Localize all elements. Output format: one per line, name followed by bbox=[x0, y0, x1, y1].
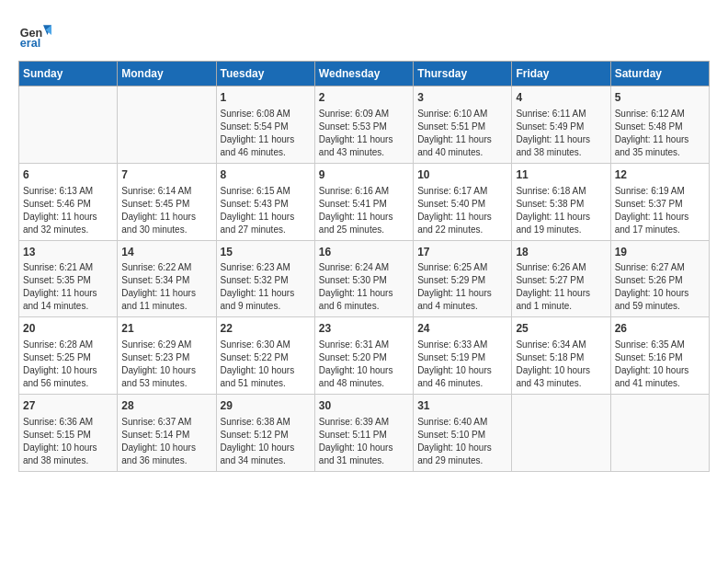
day-info: Sunrise: 6:37 AMSunset: 5:14 PMDaylight:… bbox=[121, 416, 211, 467]
day-info: Sunrise: 6:29 AMSunset: 5:23 PMDaylight:… bbox=[121, 339, 211, 390]
calendar-cell: 27Sunrise: 6:36 AMSunset: 5:15 PMDayligh… bbox=[19, 395, 118, 472]
day-info: Sunrise: 6:40 AMSunset: 5:10 PMDaylight:… bbox=[417, 416, 507, 467]
calendar-cell: 26Sunrise: 6:35 AMSunset: 5:16 PMDayligh… bbox=[610, 317, 709, 395]
day-number: 25 bbox=[516, 321, 606, 337]
day-number: 21 bbox=[121, 321, 211, 337]
calendar-week-2: 6Sunrise: 6:13 AMSunset: 5:46 PMDaylight… bbox=[19, 163, 710, 240]
col-header-friday: Friday bbox=[512, 62, 610, 86]
calendar-cell: 7Sunrise: 6:14 AMSunset: 5:45 PMDaylight… bbox=[118, 163, 216, 240]
calendar-cell: 17Sunrise: 6:25 AMSunset: 5:29 PMDayligh… bbox=[414, 240, 512, 317]
calendar-cell: 23Sunrise: 6:31 AMSunset: 5:20 PMDayligh… bbox=[314, 317, 413, 395]
col-header-sunday: Sunday bbox=[19, 62, 118, 86]
day-info: Sunrise: 6:14 AMSunset: 5:45 PMDaylight:… bbox=[121, 185, 211, 236]
day-info: Sunrise: 6:24 AMSunset: 5:30 PMDaylight:… bbox=[319, 261, 409, 313]
day-info: Sunrise: 6:33 AMSunset: 5:19 PMDaylight:… bbox=[417, 339, 507, 390]
day-number: 4 bbox=[516, 90, 606, 106]
day-info: Sunrise: 6:15 AMSunset: 5:43 PMDaylight:… bbox=[221, 185, 311, 236]
calendar-cell: 1Sunrise: 6:08 AMSunset: 5:54 PMDaylight… bbox=[216, 86, 314, 164]
day-number: 3 bbox=[417, 90, 507, 106]
day-number: 18 bbox=[516, 245, 606, 260]
col-header-monday: Monday bbox=[118, 62, 216, 86]
day-info: Sunrise: 6:19 AMSunset: 5:37 PMDaylight:… bbox=[615, 185, 705, 236]
day-info: Sunrise: 6:34 AMSunset: 5:18 PMDaylight:… bbox=[516, 339, 606, 390]
day-number: 22 bbox=[221, 321, 311, 337]
day-number: 30 bbox=[319, 398, 409, 414]
day-number: 17 bbox=[417, 245, 507, 260]
calendar-cell bbox=[610, 395, 709, 472]
day-info: Sunrise: 6:10 AMSunset: 5:51 PMDaylight:… bbox=[417, 108, 507, 159]
calendar-cell: 24Sunrise: 6:33 AMSunset: 5:19 PMDayligh… bbox=[414, 317, 512, 395]
calendar-week-5: 27Sunrise: 6:36 AMSunset: 5:15 PMDayligh… bbox=[19, 395, 710, 472]
day-number: 6 bbox=[23, 167, 113, 183]
calendar-cell: 15Sunrise: 6:23 AMSunset: 5:32 PMDayligh… bbox=[216, 240, 314, 317]
page-header: Gen eral bbox=[18, 18, 710, 52]
day-info: Sunrise: 6:18 AMSunset: 5:38 PMDaylight:… bbox=[516, 185, 606, 236]
day-number: 13 bbox=[23, 245, 113, 260]
day-info: Sunrise: 6:12 AMSunset: 5:48 PMDaylight:… bbox=[615, 108, 705, 159]
day-info: Sunrise: 6:35 AMSunset: 5:16 PMDaylight:… bbox=[615, 339, 705, 390]
day-number: 10 bbox=[417, 167, 507, 183]
day-number: 28 bbox=[121, 398, 211, 414]
calendar-cell: 30Sunrise: 6:39 AMSunset: 5:11 PMDayligh… bbox=[314, 395, 413, 472]
logo-icon: Gen eral bbox=[18, 18, 51, 52]
calendar-cell bbox=[512, 395, 610, 472]
col-header-thursday: Thursday bbox=[414, 62, 512, 86]
day-info: Sunrise: 6:21 AMSunset: 5:35 PMDaylight:… bbox=[23, 261, 113, 313]
calendar-cell: 10Sunrise: 6:17 AMSunset: 5:40 PMDayligh… bbox=[414, 163, 512, 240]
calendar-cell: 18Sunrise: 6:26 AMSunset: 5:27 PMDayligh… bbox=[512, 240, 610, 317]
calendar-week-1: 1Sunrise: 6:08 AMSunset: 5:54 PMDaylight… bbox=[19, 86, 710, 164]
day-info: Sunrise: 6:16 AMSunset: 5:41 PMDaylight:… bbox=[319, 185, 409, 236]
day-number: 26 bbox=[615, 321, 705, 337]
calendar-cell: 2Sunrise: 6:09 AMSunset: 5:53 PMDaylight… bbox=[314, 86, 413, 164]
calendar-cell: 3Sunrise: 6:10 AMSunset: 5:51 PMDaylight… bbox=[414, 86, 512, 164]
calendar-cell: 20Sunrise: 6:28 AMSunset: 5:25 PMDayligh… bbox=[19, 317, 118, 395]
day-number: 24 bbox=[417, 321, 507, 337]
day-info: Sunrise: 6:13 AMSunset: 5:46 PMDaylight:… bbox=[23, 185, 113, 236]
day-info: Sunrise: 6:08 AMSunset: 5:54 PMDaylight:… bbox=[221, 108, 311, 159]
day-info: Sunrise: 6:27 AMSunset: 5:26 PMDaylight:… bbox=[615, 261, 705, 313]
day-info: Sunrise: 6:36 AMSunset: 5:15 PMDaylight:… bbox=[23, 416, 113, 467]
calendar-cell: 22Sunrise: 6:30 AMSunset: 5:22 PMDayligh… bbox=[216, 317, 314, 395]
day-number: 16 bbox=[319, 245, 409, 260]
day-info: Sunrise: 6:25 AMSunset: 5:29 PMDaylight:… bbox=[417, 261, 507, 313]
calendar-cell: 5Sunrise: 6:12 AMSunset: 5:48 PMDaylight… bbox=[610, 86, 709, 164]
calendar-cell: 14Sunrise: 6:22 AMSunset: 5:34 PMDayligh… bbox=[118, 240, 216, 317]
day-number: 5 bbox=[615, 90, 705, 106]
day-number: 11 bbox=[516, 167, 606, 183]
day-number: 15 bbox=[221, 245, 311, 260]
calendar-cell: 31Sunrise: 6:40 AMSunset: 5:10 PMDayligh… bbox=[414, 395, 512, 472]
calendar-cell: 11Sunrise: 6:18 AMSunset: 5:38 PMDayligh… bbox=[512, 163, 610, 240]
calendar-cell: 13Sunrise: 6:21 AMSunset: 5:35 PMDayligh… bbox=[19, 240, 118, 317]
day-info: Sunrise: 6:30 AMSunset: 5:22 PMDaylight:… bbox=[221, 339, 311, 390]
day-info: Sunrise: 6:26 AMSunset: 5:27 PMDaylight:… bbox=[516, 261, 606, 313]
day-info: Sunrise: 6:39 AMSunset: 5:11 PMDaylight:… bbox=[319, 416, 409, 467]
day-info: Sunrise: 6:11 AMSunset: 5:49 PMDaylight:… bbox=[516, 108, 606, 159]
day-number: 1 bbox=[221, 90, 311, 106]
day-number: 9 bbox=[319, 167, 409, 183]
day-number: 12 bbox=[615, 167, 705, 183]
calendar-cell: 8Sunrise: 6:15 AMSunset: 5:43 PMDaylight… bbox=[216, 163, 314, 240]
svg-text:eral: eral bbox=[20, 37, 40, 50]
col-header-wednesday: Wednesday bbox=[314, 62, 413, 86]
day-info: Sunrise: 6:28 AMSunset: 5:25 PMDaylight:… bbox=[23, 339, 113, 390]
calendar-header-row: SundayMondayTuesdayWednesdayThursdayFrid… bbox=[19, 62, 710, 86]
day-number: 14 bbox=[121, 245, 211, 260]
calendar-week-4: 20Sunrise: 6:28 AMSunset: 5:25 PMDayligh… bbox=[19, 317, 710, 395]
calendar-cell: 19Sunrise: 6:27 AMSunset: 5:26 PMDayligh… bbox=[610, 240, 709, 317]
col-header-tuesday: Tuesday bbox=[216, 62, 314, 86]
calendar-cell bbox=[19, 86, 118, 164]
day-number: 8 bbox=[221, 167, 311, 183]
calendar-cell: 9Sunrise: 6:16 AMSunset: 5:41 PMDaylight… bbox=[314, 163, 413, 240]
day-info: Sunrise: 6:22 AMSunset: 5:34 PMDaylight:… bbox=[121, 261, 211, 313]
day-info: Sunrise: 6:23 AMSunset: 5:32 PMDaylight:… bbox=[221, 261, 311, 313]
day-number: 7 bbox=[121, 167, 211, 183]
day-number: 31 bbox=[417, 398, 507, 414]
calendar-cell: 12Sunrise: 6:19 AMSunset: 5:37 PMDayligh… bbox=[610, 163, 709, 240]
logo: Gen eral bbox=[18, 18, 55, 52]
day-info: Sunrise: 6:09 AMSunset: 5:53 PMDaylight:… bbox=[319, 108, 409, 159]
calendar-cell: 28Sunrise: 6:37 AMSunset: 5:14 PMDayligh… bbox=[118, 395, 216, 472]
calendar-table: SundayMondayTuesdayWednesdayThursdayFrid… bbox=[18, 61, 710, 472]
col-header-saturday: Saturday bbox=[610, 62, 709, 86]
day-number: 29 bbox=[221, 398, 311, 414]
day-info: Sunrise: 6:31 AMSunset: 5:20 PMDaylight:… bbox=[319, 339, 409, 390]
